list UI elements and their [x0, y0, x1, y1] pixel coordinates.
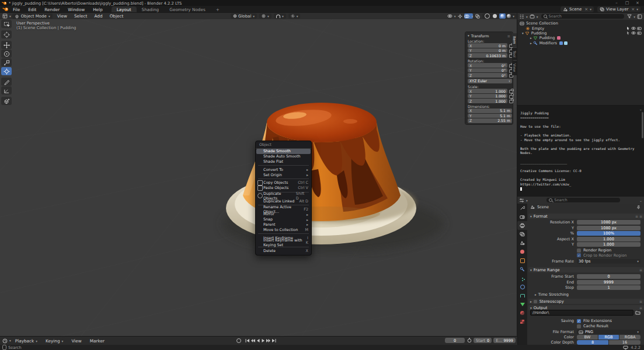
menu-item-snap[interactable]: Snap: [256, 217, 311, 222]
timeline-menu-keying[interactable]: Keying: [41, 338, 67, 344]
menu-item-delete[interactable]: DeleteX: [256, 249, 311, 254]
select-cursor-icon[interactable]: [626, 26, 630, 30]
close-button[interactable]: ×: [632, 1, 643, 5]
play-reverse-button[interactable]: [255, 338, 260, 343]
nodes-modifier-badge-icon[interactable]: [559, 41, 563, 45]
tool-annotate[interactable]: [1, 78, 12, 86]
menu-item-duplicate-linked[interactable]: Duplicate LinkedAlt D: [256, 198, 311, 204]
disable-render-camera-icon[interactable]: [637, 26, 642, 30]
outliner-search-input[interactable]: Search: [541, 14, 625, 19]
unlink-view-layer-icon[interactable]: ×: [631, 7, 635, 12]
tab-particles[interactable]: [517, 274, 527, 282]
lock-scale-z-icon[interactable]: [509, 100, 513, 103]
use-preview-range-button[interactable]: [467, 338, 472, 343]
tool-scale[interactable]: [1, 58, 12, 66]
tab-world[interactable]: [517, 247, 527, 256]
frame-end-field[interactable]: E...9999: [493, 338, 516, 343]
editor-corner-chevron-icon[interactable]: ⌄: [639, 107, 642, 111]
file-extensions-checkbox[interactable]: ✓: [577, 319, 581, 323]
menu-item-set-origin[interactable]: Set Origin: [256, 172, 311, 177]
shading-rendered-button[interactable]: [507, 13, 514, 19]
add-workspace-button[interactable]: +: [211, 6, 225, 13]
menu-item-mirror[interactable]: Mirror: [256, 212, 311, 217]
proportional-editing-dropdown[interactable]: [288, 13, 301, 19]
transform-panel-header[interactable]: Transform ≡: [468, 33, 510, 38]
tool-move[interactable]: [1, 41, 12, 49]
outliner-options-icon[interactable]: [637, 14, 642, 19]
viewport-menu-select[interactable]: Select: [71, 13, 91, 19]
resolution-x-field[interactable]: 1080 px: [577, 220, 640, 225]
render-region-checkbox[interactable]: [577, 249, 581, 253]
menu-item-insert-keyframe-keying-set[interactable]: Insert Keyframe with Keying SetK: [256, 240, 311, 246]
tab-constraints[interactable]: [517, 291, 527, 300]
tab-tool[interactable]: [517, 204, 527, 212]
output-path-field[interactable]: //render\: [530, 310, 633, 316]
outliner-row-scene-collection[interactable]: Scene Collection: [520, 21, 642, 26]
rotation-y-field[interactable]: Y0°: [468, 68, 507, 73]
geometry-nodes-badge-icon[interactable]: [557, 36, 561, 40]
resolution-y-field[interactable]: 1080 px: [577, 226, 640, 230]
show-overlays-button[interactable]: [464, 13, 473, 19]
workspace-tab-shading[interactable]: Shading: [137, 6, 165, 13]
menu-file[interactable]: File: [9, 7, 24, 12]
tab-modifiers[interactable]: [517, 265, 527, 274]
hide-eye-icon[interactable]: [631, 26, 636, 30]
outliner-editor-icon[interactable]: [519, 14, 524, 19]
show-gizmo-button[interactable]: [457, 13, 463, 19]
scale-x-field[interactable]: X1.000: [468, 89, 507, 93]
text-editor-scrollbar[interactable]: [642, 112, 643, 138]
outliner-row-modifiers[interactable]: ▸ Modifiers: [530, 41, 642, 46]
menu-help[interactable]: Help: [89, 7, 107, 12]
timeline-menu-playback[interactable]: Playback: [11, 338, 41, 344]
maximize-button[interactable]: □: [622, 1, 632, 5]
tab-output[interactable]: [517, 221, 527, 230]
play-button[interactable]: [260, 338, 266, 343]
tool-cursor[interactable]: [1, 30, 12, 38]
frame-end-field[interactable]: 9999: [577, 280, 640, 285]
menu-item-convert-to[interactable]: Convert To: [256, 167, 311, 172]
menu-item-shade-flat[interactable]: Shade Flat: [256, 159, 311, 164]
cache-result-checkbox[interactable]: [577, 324, 581, 328]
color-rgb-button[interactable]: RGB: [598, 335, 619, 340]
tab-physics[interactable]: [517, 282, 527, 291]
viewport-menu-object[interactable]: Object: [106, 13, 127, 19]
outliner-row-pudding-object[interactable]: ▾ Pudding: [522, 31, 642, 36]
workspace-tab-geometry-nodes[interactable]: Geometry Nodes: [164, 6, 211, 13]
color-rgba-button[interactable]: RGBA: [619, 335, 640, 340]
file-format-dropdown[interactable]: PNG: [577, 330, 640, 334]
display-modifier-badge-icon[interactable]: [564, 41, 568, 45]
menu-window[interactable]: Window: [64, 7, 89, 12]
current-frame-field[interactable]: 0: [445, 338, 465, 343]
jump-to-end-button[interactable]: [271, 338, 276, 343]
outliner-row-empty[interactable]: Empty: [525, 26, 642, 30]
toggle-xray-button[interactable]: [474, 13, 481, 19]
n-panel-tab-item[interactable]: Item: [512, 33, 517, 47]
disable-render-camera-icon[interactable]: [637, 31, 642, 35]
tool-rotate[interactable]: [1, 50, 12, 58]
timeline-menu-marker[interactable]: Marker: [86, 338, 109, 344]
resolution-percent-slider[interactable]: 100%: [577, 231, 640, 236]
orientation-dropdown[interactable]: Global: [231, 13, 257, 19]
rotation-x-field[interactable]: X0°: [468, 63, 507, 68]
shading-material-preview-button[interactable]: [499, 13, 506, 19]
time-stretching-subpanel[interactable]: Time Stretching: [535, 292, 644, 297]
menu-item-rename-active-object[interactable]: Rename Active Object...F2: [256, 206, 311, 212]
menu-item-shade-auto-smooth[interactable]: Shade Auto Smooth: [256, 154, 311, 159]
pin-icon[interactable]: [636, 205, 640, 209]
menu-item-copy-objects[interactable]: Copy ObjectsCtrl C: [256, 180, 311, 186]
stereoscopy-checkbox[interactable]: [534, 300, 537, 303]
rotation-mode-dropdown[interactable]: XYZ Euler▾: [468, 79, 512, 83]
tab-material[interactable]: [517, 309, 527, 317]
location-y-field[interactable]: Y0 m: [468, 48, 507, 53]
pivot-dropdown[interactable]: [259, 13, 271, 19]
menu-item-paste-objects[interactable]: Paste ObjectsCtrl V: [256, 186, 311, 191]
properties-options-chevron-icon[interactable]: ⌄: [639, 198, 642, 202]
shading-wireframe-button[interactable]: [484, 13, 490, 19]
tab-data[interactable]: [517, 300, 527, 309]
frame-range-section-header[interactable]: Frame Range≡: [528, 267, 644, 272]
tab-render[interactable]: [517, 212, 527, 221]
location-z-field[interactable]: Z0.10633 m: [468, 53, 507, 58]
object-visibility-dropdown[interactable]: [447, 13, 456, 19]
collapse-chevron-icon[interactable]: ▸: [530, 41, 532, 45]
menu-item-shade-smooth[interactable]: Shade Smooth: [256, 149, 311, 154]
